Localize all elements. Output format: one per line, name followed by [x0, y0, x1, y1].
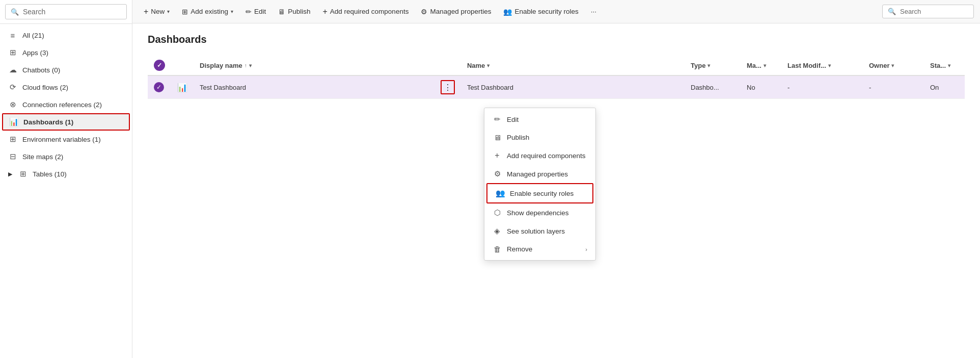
col-modified-label: Last Modif...	[787, 62, 826, 69]
col-header-status[interactable]: Sta... ▾	[924, 56, 965, 75]
add-required-button[interactable]: + Add required components	[317, 4, 414, 19]
row-managed-cell: No	[741, 75, 781, 99]
col-header-name[interactable]: Name ▾	[461, 56, 685, 75]
sidebar-search-placeholder: Search	[23, 8, 45, 16]
row-context-menu-button[interactable]: ⋮	[441, 80, 455, 94]
sidebar-nav: ≡ All (21) ⊞ Apps (3) ☁ Chatbots (0) ⟳ C…	[0, 24, 132, 358]
name-filter-icon: ▾	[487, 63, 489, 68]
type-filter-icon: ▾	[707, 63, 710, 68]
col-name-label: Name	[467, 62, 485, 69]
ctx-item-show-deps[interactable]: ⬡ Show dependencies	[484, 203, 595, 222]
toolbar-search-icon: 🔍	[888, 8, 896, 15]
ctx-add-required-icon: +	[493, 151, 502, 160]
add-required-icon: +	[322, 7, 327, 16]
sidebar-item-chatbots-label: Chatbots (0)	[22, 66, 60, 74]
sidebar-item-dashboards[interactable]: 📊 Dashboards (1)	[2, 113, 130, 131]
content-area: Dashboards ✓ Display name ↑ ▾	[132, 23, 980, 358]
sitemaps-icon: ⊟	[8, 152, 17, 161]
table-header-row: ✓ Display name ↑ ▾	[148, 56, 965, 75]
more-button[interactable]: ···	[586, 5, 602, 18]
row-owner-cell: -	[863, 75, 924, 99]
sidebar-item-connection-refs-label: Connection references (2)	[22, 101, 102, 109]
ctx-remove-label: Remove	[507, 245, 532, 253]
owner-filter-icon: ▾	[891, 63, 894, 68]
ctx-item-enable-security[interactable]: 👥 Enable security roles	[486, 183, 593, 203]
sidebar-item-cloud-flows[interactable]: ⟳ Cloud flows (2)	[0, 79, 132, 96]
managed-filter-icon: ▾	[764, 63, 766, 68]
publish-label: Publish	[288, 8, 310, 15]
new-button[interactable]: + New ▾	[139, 4, 175, 19]
ctx-item-publish[interactable]: 🖥 Publish	[484, 129, 595, 146]
sidebar-search-box[interactable]: 🔍 Search	[5, 4, 127, 19]
row-display-name-cell: Test Dashboard	[194, 75, 434, 99]
col-header-managed[interactable]: Ma... ▾	[741, 56, 781, 75]
sidebar-item-connection-refs[interactable]: ⊗ Connection references (2)	[0, 96, 132, 113]
enable-security-button[interactable]: 👥 Enable security roles	[498, 5, 583, 19]
row-check-circle[interactable]: ✓	[154, 82, 164, 92]
row-display-name: Test Dashboard	[200, 84, 246, 91]
chatbots-icon: ☁	[8, 65, 17, 74]
connection-icon: ⊗	[8, 100, 17, 109]
col-header-type[interactable]: Type ▾	[685, 56, 741, 75]
sidebar: 🔍 Search ≡ All (21) ⊞ Apps (3) ☁ Chatbot…	[0, 0, 132, 358]
select-all-check[interactable]: ✓	[154, 60, 165, 71]
dashboards-table: ✓ Display name ↑ ▾	[148, 56, 965, 99]
sidebar-search-icon: 🔍	[11, 8, 19, 16]
add-existing-button[interactable]: ⊞ Add existing ▾	[177, 5, 238, 19]
sidebar-item-apps[interactable]: ⊞ Apps (3)	[0, 44, 132, 61]
status-filter-icon: ▾	[948, 63, 950, 68]
sidebar-item-chatbots[interactable]: ☁ Chatbots (0)	[0, 61, 132, 79]
add-existing-label: Add existing	[190, 8, 228, 15]
col-status-label: Sta...	[930, 62, 946, 69]
sidebar-item-cloud-flows-label: Cloud flows (2)	[22, 84, 68, 91]
apps-icon: ⊞	[8, 48, 17, 57]
sort-desc-icon: ▾	[249, 63, 252, 68]
sidebar-item-env-vars-label: Environment variables (1)	[22, 136, 101, 143]
toolbar-search-box[interactable]: 🔍 Search	[882, 5, 974, 18]
edit-button[interactable]: ✏ Edit	[240, 5, 271, 19]
sidebar-item-site-maps[interactable]: ⊟ Site maps (2)	[0, 148, 132, 165]
ctx-item-managed-props[interactable]: ⚙ Managed properties	[484, 165, 595, 183]
ctx-enable-security-label: Enable security roles	[510, 190, 574, 197]
dashboards-icon: 📊	[9, 117, 18, 126]
tables-icon: ⊞	[18, 169, 28, 178]
sidebar-item-site-maps-label: Site maps (2)	[22, 153, 63, 161]
security-icon: 👥	[503, 8, 512, 16]
col-header-display-name[interactable]: Display name ↑ ▾	[194, 56, 434, 75]
col-header-modified[interactable]: Last Modif... ▾	[781, 56, 863, 75]
col-header-check: ✓	[148, 56, 171, 75]
ctx-item-remove[interactable]: 🗑 Remove ›	[484, 240, 595, 258]
managed-props-label: Managed properties	[430, 8, 491, 15]
row-check-cell[interactable]: ✓	[148, 75, 171, 99]
col-header-actions	[434, 56, 461, 75]
list-icon: ≡	[8, 31, 17, 40]
new-icon: +	[144, 7, 148, 16]
col-header-owner[interactable]: Owner ▾	[863, 56, 924, 75]
ctx-edit-icon: ✏	[493, 115, 502, 124]
expand-icon: ▶	[8, 171, 12, 177]
ctx-security-icon: 👥	[496, 189, 505, 198]
sidebar-item-tables[interactable]: ▶ ⊞ Tables (10)	[0, 165, 132, 183]
publish-button[interactable]: 🖥 Publish	[273, 5, 315, 19]
sort-asc-icon: ↑	[244, 63, 247, 68]
ctx-item-edit[interactable]: ✏ Edit	[484, 110, 595, 129]
sidebar-item-env-vars[interactable]: ⊞ Environment variables (1)	[0, 131, 132, 148]
modified-sort-icon: ▾	[828, 63, 831, 68]
edit-label: Edit	[254, 8, 266, 15]
new-label: New	[151, 8, 165, 15]
sidebar-item-all[interactable]: ≡ All (21)	[0, 27, 132, 44]
new-chevron-icon: ▾	[167, 9, 170, 14]
ctx-item-add-required[interactable]: + Add required components	[484, 146, 595, 165]
row-type: Dashbo...	[691, 84, 719, 91]
table-row[interactable]: ✓ 📊 Test Dashboard ⋮ Test Dashboard	[148, 75, 965, 99]
col-managed-label: Ma...	[747, 62, 761, 69]
row-type-cell: Dashbo...	[685, 75, 741, 99]
main-content: + New ▾ ⊞ Add existing ▾ ✏ Edit 🖥 Publis…	[132, 0, 980, 358]
sidebar-item-tables-label: Tables (10)	[33, 170, 67, 178]
dashboard-row-icon: 📊	[177, 83, 187, 92]
row-owner: -	[869, 84, 871, 91]
ctx-layers-icon: ◈	[493, 226, 502, 236]
managed-properties-button[interactable]: ⚙ Managed properties	[416, 5, 496, 19]
ctx-item-see-layers[interactable]: ◈ See solution layers	[484, 222, 595, 240]
ctx-see-layers-label: See solution layers	[507, 227, 565, 235]
